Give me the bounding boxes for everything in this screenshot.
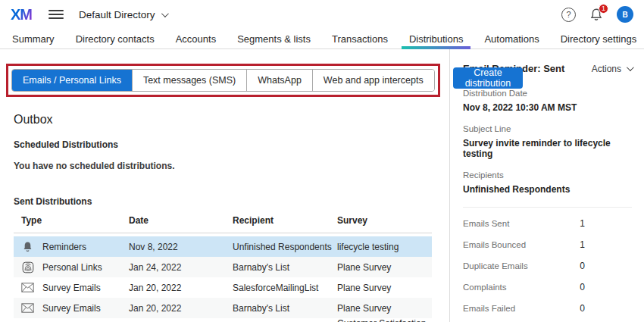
stat-emails-sent: Emails Sent 1: [463, 218, 585, 229]
table-row[interactable]: Reminders Nov 8, 2022 Unfinished Respond…: [14, 236, 432, 257]
topbar: XM Default Directory ? 1 B: [0, 0, 644, 29]
row-recipient: Unfinished Respondents: [233, 242, 337, 252]
row-survey: Customer Satisfaction Sur...: [337, 318, 432, 322]
row-recipient: SalesforceMailingList: [233, 283, 337, 293]
tab-summary[interactable]: Summary: [2, 29, 65, 48]
sent-distributions-table: Type Date Recipient Survey Re: [14, 208, 432, 322]
distribution-detail-panel: Email Reminder: Sent Actions Distributio…: [449, 49, 644, 322]
scheduled-empty-message: You have no scheduled distributions.: [14, 161, 449, 171]
stat-complaints: Complaints 0: [463, 282, 585, 292]
email-stats: Emails Sent 1 Emails Bounced 1 Duplicate…: [463, 218, 632, 322]
directory-selector[interactable]: Default Directory: [79, 9, 167, 20]
subject-line-label: Subject Line: [463, 124, 632, 133]
tab-accounts[interactable]: Accounts: [165, 29, 227, 48]
distribution-date-value: Nov 8, 2022 10:30 AM MST: [463, 102, 632, 113]
tab-distributions[interactable]: Distributions: [399, 29, 474, 48]
table-row[interactable]: Survey Emails Jun 29, 2021 Bounced Email…: [14, 318, 432, 322]
envelope-icon: [21, 283, 34, 292]
table-row[interactable]: Survey Emails Jan 20, 2022 Barnaby's Lis…: [14, 298, 432, 318]
notification-badge: 1: [599, 4, 608, 14]
channel-tab-text-messages-sms[interactable]: Text messages (SMS): [132, 70, 246, 91]
row-date: Jan 20, 2022: [129, 303, 233, 314]
table-header: Type Date Recipient Survey: [14, 208, 432, 233]
help-icon[interactable]: ?: [561, 8, 576, 22]
row-survey: lifecycle testing: [337, 242, 432, 252]
scheduled-distributions-heading: Scheduled Distributions: [14, 139, 449, 150]
row-recipient: Barnaby's List: [233, 303, 337, 314]
avatar[interactable]: B: [617, 6, 633, 23]
row-survey: Plane Survey: [337, 303, 432, 314]
directory-selector-label: Default Directory: [79, 9, 155, 20]
row-type: Survey Emails: [42, 283, 101, 293]
row-date: Nov 8, 2022: [129, 242, 233, 252]
row-type: Survey Emails: [42, 303, 101, 314]
xm-logo[interactable]: XM: [11, 6, 32, 23]
column-header-survey: Survey: [337, 215, 432, 226]
table-row[interactable]: Personal Links Jan 24, 2022 Barnaby's Li…: [14, 257, 432, 277]
stat-duplicate-emails: Duplicate Emails 0: [463, 261, 585, 271]
row-type: Reminders: [42, 242, 86, 252]
recipients-label: Recipients: [463, 170, 632, 180]
hamburger-menu-icon[interactable]: [48, 8, 64, 21]
notifications-button[interactable]: 1: [589, 8, 603, 22]
outbox-title: Outbox: [14, 113, 449, 127]
distribution-date-label: Distribution Date: [463, 89, 632, 98]
annotation-highlight-box: Emails / Personal Links Text messages (S…: [6, 64, 440, 97]
sent-distributions-heading: Sent Distributions: [14, 196, 449, 207]
tab-directory-settings[interactable]: Directory settings: [550, 29, 644, 48]
chevron-down-icon: [627, 64, 634, 71]
create-distribution-button[interactable]: Create distribution: [453, 67, 523, 89]
envelope-icon: [21, 303, 34, 313]
tab-automations[interactable]: Automations: [474, 29, 549, 48]
channel-tab-whatsapp[interactable]: WhatsApp: [246, 70, 312, 91]
recipients-value: Unfinished Respondents: [463, 184, 632, 195]
directory-nav: Summary Directory contacts Accounts Segm…: [0, 29, 644, 49]
tab-transactions[interactable]: Transactions: [321, 29, 399, 48]
distributions-main: Emails / Personal Links Text messages (S…: [0, 49, 449, 322]
row-type: Personal Links: [42, 262, 102, 273]
stat-emails-failed: Emails Failed 0: [463, 303, 585, 314]
chevron-down-icon: [161, 10, 169, 17]
actions-label: Actions: [592, 64, 621, 74]
tab-segments-lists[interactable]: Segments & lists: [227, 29, 321, 48]
channel-tab-web-app-intercepts[interactable]: Web and app intercepts: [312, 70, 434, 91]
row-recipient: Barnaby's List: [233, 262, 337, 273]
stat-emails-bounced: Emails Bounced 1: [463, 239, 585, 250]
tab-directory-contacts[interactable]: Directory contacts: [65, 29, 165, 48]
channel-tab-emails-personal-links[interactable]: Emails / Personal Links: [12, 70, 132, 91]
actions-dropdown[interactable]: Actions: [592, 64, 632, 74]
channel-tab-group: Emails / Personal Links Text messages (S…: [11, 69, 435, 92]
panel-divider: [463, 207, 632, 208]
row-survey: Plane Survey: [337, 283, 432, 293]
row-date: Jan 20, 2022: [129, 283, 233, 293]
subject-line-value: Survey invite reminder to lifecycle test…: [463, 138, 632, 159]
row-date: Jan 24, 2022: [129, 262, 233, 273]
table-row[interactable]: Survey Emails Jan 20, 2022 SalesforceMai…: [14, 277, 432, 298]
bell-icon: [21, 241, 34, 253]
row-survey: Plane Survey: [337, 262, 432, 273]
fingerprint-icon: [21, 261, 34, 274]
column-header-type: Type: [14, 215, 129, 226]
column-header-date: Date: [129, 215, 233, 226]
column-header-recipient: Recipient: [233, 215, 337, 226]
